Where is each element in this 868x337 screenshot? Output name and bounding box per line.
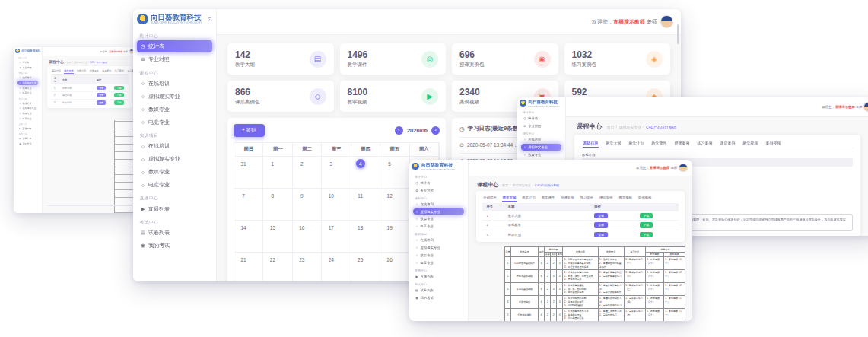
- avatar[interactable]: [660, 15, 674, 29]
- calendar-day[interactable]: 31: [234, 156, 263, 188]
- sidebar-item[interactable]: ▶ 直播列表: [137, 203, 212, 215]
- sidebar-item[interactable]: ○ 电竞专业: [17, 91, 38, 96]
- sidebar-item[interactable]: ○ 在线培训: [413, 237, 464, 243]
- sidebar-item[interactable]: ○ 在线培训: [521, 136, 561, 143]
- sidebar-item[interactable]: 统计中心: [17, 56, 38, 59]
- sidebar-toggle-icon[interactable]: ⊙: [207, 16, 211, 23]
- calendar-day[interactable]: 10: [322, 188, 351, 220]
- sidebar-item[interactable]: ▶ 直播列表: [413, 273, 464, 280]
- sidebar-item[interactable]: ○ 虚拟现实专业: [137, 153, 212, 165]
- calendar-day[interactable]: 22: [263, 252, 292, 281]
- sidebar-item[interactable]: ○ 电竞专业: [413, 223, 464, 230]
- tab[interactable]: 练习案例: [697, 141, 713, 148]
- sidebar-item[interactable]: ○ 数媒专业: [17, 111, 38, 116]
- calendar-day[interactable]: 5: [380, 156, 409, 188]
- calendar-day[interactable]: 4: [351, 156, 380, 188]
- calendar-day[interactable]: 16: [293, 220, 322, 252]
- tab[interactable]: 教学课件: [89, 69, 99, 75]
- sidebar-item[interactable]: ○ 数媒专业: [521, 151, 561, 158]
- sidebar-item[interactable]: 统计中心: [521, 111, 561, 114]
- calendar-day[interactable]: 25: [351, 252, 380, 281]
- tab[interactable]: 教学视频: [618, 196, 632, 202]
- sidebar-item[interactable]: ○ 数媒专业: [413, 252, 464, 259]
- calendar-day[interactable]: 1: [263, 156, 292, 188]
- sidebar-item[interactable]: 统计中心: [137, 33, 212, 40]
- sidebar-item[interactable]: ○ 虚拟现实专业: [17, 106, 38, 110]
- sidebar-item[interactable]: ◷ 统计表: [137, 40, 212, 52]
- sidebar-item[interactable]: ○ 虚拟现实专业: [521, 144, 561, 151]
- calendar-day[interactable]: 26: [380, 252, 409, 281]
- download-button[interactable]: 下载: [114, 93, 124, 97]
- sidebar-item[interactable]: 课程中心: [413, 196, 464, 200]
- sidebar-item[interactable]: ⊛ 专业对照: [413, 187, 464, 194]
- calendar-day[interactable]: 7: [234, 188, 263, 220]
- tab[interactable]: 基础信息: [52, 69, 62, 75]
- view-button[interactable]: 查看: [97, 86, 107, 91]
- calendar-day[interactable]: 3: [322, 156, 351, 188]
- tab[interactable]: 教学大纲: [502, 196, 516, 202]
- sidebar-item[interactable]: ◉ 我的考试: [17, 141, 38, 146]
- sidebar-item[interactable]: ◷ 统计表: [521, 115, 561, 122]
- tab[interactable]: 授课案例: [102, 69, 112, 75]
- view-button[interactable]: 查看: [594, 222, 608, 227]
- sidebar-item[interactable]: ◷ 统计表: [413, 180, 464, 186]
- sidebar-item[interactable]: ⊛ 专业对照: [137, 53, 212, 65]
- sidebar-item[interactable]: ○ 在线培训: [137, 78, 212, 90]
- view-button[interactable]: 查看: [594, 232, 608, 237]
- tab[interactable]: 课后案例: [720, 141, 736, 148]
- sidebar-item[interactable]: 课程中心: [521, 132, 561, 135]
- sidebar-item[interactable]: 考试中心: [137, 219, 212, 226]
- breadcrumb[interactable]: 首页/虚拟现实专业/C4D产品设计基础: [67, 61, 108, 64]
- calendar-day[interactable]: 2: [293, 156, 322, 188]
- sidebar-item[interactable]: ◷ 统计表: [17, 60, 38, 65]
- tab[interactable]: 课后案例: [599, 196, 613, 202]
- sidebar-item[interactable]: 实训项目: [413, 232, 464, 236]
- calendar-day[interactable]: 17: [322, 220, 351, 252]
- sidebar-item[interactable]: ○ 数媒专业: [413, 215, 464, 222]
- calendar-day[interactable]: 12: [380, 188, 409, 220]
- download-button[interactable]: 下载: [640, 213, 653, 218]
- sidebar-item[interactable]: ○ 虚拟现实专业: [137, 91, 212, 103]
- sidebar-item[interactable]: 实训项目: [17, 97, 38, 100]
- download-button[interactable]: 下载: [640, 232, 653, 237]
- tab[interactable]: 教学计划: [628, 141, 644, 148]
- sidebar-item[interactable]: ○ 电竞专业: [17, 116, 38, 121]
- download-button[interactable]: 下载: [114, 100, 124, 105]
- sidebar-item[interactable]: ○ 在线培训: [413, 201, 464, 208]
- sidebar-item[interactable]: 课程中心: [17, 72, 38, 75]
- sidebar-item[interactable]: 实训项目: [137, 132, 212, 139]
- calendar-day[interactable]: 15: [263, 220, 292, 252]
- view-button[interactable]: 查看: [97, 93, 107, 97]
- sidebar-item[interactable]: 考试中心: [413, 282, 464, 286]
- view-button[interactable]: 查看: [594, 213, 608, 218]
- sidebar-item[interactable]: 统计中心: [413, 175, 464, 179]
- sidebar-item[interactable]: 直播中心: [17, 122, 38, 126]
- sidebar-item[interactable]: ○ 电竞专业: [137, 116, 212, 129]
- sidebar-item[interactable]: ⊛ 专业对照: [17, 65, 38, 70]
- sidebar-item[interactable]: ▤ 试卷列表: [137, 227, 212, 239]
- sidebar-item[interactable]: 考试中心: [17, 132, 38, 135]
- sidebar-item[interactable]: ○ 虚拟现实专业: [413, 244, 464, 251]
- tab[interactable]: 教学计划: [77, 69, 87, 75]
- sidebar-item[interactable]: ○ 电竞专业: [413, 259, 464, 266]
- sidebar-item[interactable]: 直播中心: [137, 195, 212, 202]
- tab[interactable]: 练习案例: [115, 69, 125, 75]
- tab[interactable]: 案例视频: [637, 196, 651, 202]
- breadcrumb[interactable]: 首页/虚拟现实专业/C4D产品设计基础: [502, 183, 559, 187]
- calendar-day[interactable]: 14: [234, 220, 263, 252]
- sidebar-item[interactable]: ◉ 我的考试: [413, 294, 464, 301]
- sidebar-item[interactable]: ○ 数媒专业: [137, 166, 212, 178]
- sidebar-item[interactable]: 直播中心: [413, 269, 464, 272]
- tab[interactable]: 基础信息: [483, 196, 497, 202]
- sidebar-item[interactable]: ○ 电竞专业: [137, 179, 212, 191]
- calendar-day[interactable]: 18: [351, 220, 380, 252]
- sidebar-item[interactable]: ▤ 试卷列表: [413, 287, 464, 294]
- breadcrumb[interactable]: 首页/虚拟现实专业/C4D产品设计基础: [607, 125, 676, 129]
- calendar-day[interactable]: 9: [293, 188, 322, 220]
- tab[interactable]: 授课案例: [561, 196, 574, 202]
- tab[interactable]: 案例视频: [765, 141, 781, 148]
- sidebar-item[interactable]: ○ 在线培训: [17, 75, 38, 80]
- calendar-day[interactable]: 8: [263, 188, 292, 220]
- download-button[interactable]: 下载: [640, 222, 653, 227]
- tab[interactable]: 教学大纲: [606, 141, 622, 148]
